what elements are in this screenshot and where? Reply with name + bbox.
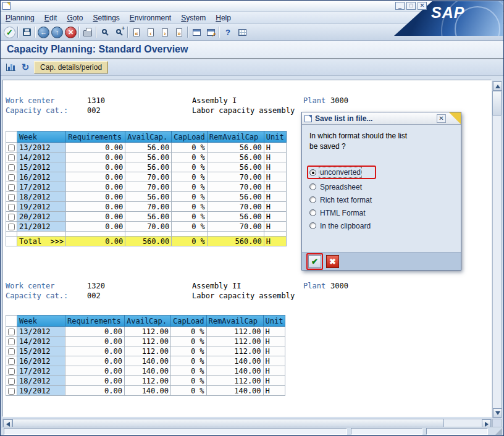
minimize-button[interactable]: _ <box>395 2 405 10</box>
week-cell[interactable]: 18/2012 <box>17 376 65 386</box>
menu-goto[interactable]: Goto <box>67 14 83 22</box>
cap-details-period-button[interactable]: Cap. details/period <box>34 61 108 73</box>
week-cell[interactable]: 16/2012 <box>17 172 66 182</box>
week-cell[interactable]: 13/2012 <box>17 143 66 153</box>
next-page-icon[interactable]: › <box>159 26 171 38</box>
new-session-icon[interactable] <box>190 26 203 38</box>
cancel-button[interactable]: ✖ <box>326 255 339 268</box>
find-next-icon[interactable]: + <box>113 26 125 38</box>
radio-in-the-clipboard[interactable]: In the clipboard <box>309 219 453 232</box>
chart-icon[interactable] <box>4 61 17 73</box>
row-select-checkbox[interactable] <box>8 204 15 211</box>
shortcut-icon[interactable]: ↗ <box>204 26 217 38</box>
week-cell[interactable]: 17/2012 <box>17 182 66 192</box>
row-select-checkbox[interactable] <box>8 164 15 171</box>
save-icon[interactable] <box>20 26 33 38</box>
scroll-up-button[interactable] <box>493 82 502 91</box>
row-select-checkbox[interactable] <box>8 348 15 355</box>
header-row: WeekRequirementsAvailCap.CapLoadRemAvail… <box>6 316 285 327</box>
row-select-checkbox[interactable] <box>8 368 15 375</box>
toolbar-separator <box>17 27 19 38</box>
radio-rich-text-format[interactable]: Rich text format <box>309 193 453 206</box>
row-select-checkbox[interactable] <box>8 358 15 365</box>
capload-cell: 0 % <box>172 182 208 192</box>
column-header: AvailCap. <box>125 132 172 143</box>
row-select-checkbox[interactable] <box>8 214 15 220</box>
help-icon[interactable]: ? <box>222 26 234 38</box>
radio-unconverted[interactable]: unconverted <box>307 166 376 179</box>
radio-spreadsheet[interactable]: Spreadsheet <box>309 180 453 193</box>
week-cell[interactable]: 15/2012 <box>17 346 65 356</box>
dialog-titlebar[interactable]: Save list in file... ✕ <box>302 112 461 125</box>
status-bar <box>1 427 503 435</box>
window-menu-icon[interactable] <box>2 2 10 10</box>
capacity-cat-label: Capacity cat.: <box>6 106 68 115</box>
enter-icon[interactable]: ✓ <box>4 27 15 38</box>
row-select-checkbox[interactable] <box>8 329 15 335</box>
row-select-checkbox[interactable] <box>8 224 15 230</box>
row-select-checkbox[interactable] <box>8 184 15 191</box>
unit-cell: H <box>264 143 286 153</box>
find-icon[interactable] <box>99 26 111 38</box>
capload-cell: 0 % <box>172 222 208 232</box>
restore-button[interactable]: □ <box>406 2 416 10</box>
resize-grip[interactable] <box>495 428 502 435</box>
week-cell[interactable]: 14/2012 <box>17 153 66 162</box>
row-select-checkbox[interactable] <box>8 145 15 151</box>
cancel-icon[interactable]: ✕ <box>65 27 77 38</box>
vertical-scroll-thumb[interactable] <box>492 91 502 115</box>
availcap-cell: 56.00 <box>125 192 172 202</box>
plant-value: 3000 <box>330 96 348 105</box>
menu-planning[interactable]: Planning <box>6 14 35 22</box>
capacity-cat-value: 002 <box>87 291 101 300</box>
row-select-checkbox[interactable] <box>8 338 15 345</box>
vertical-scroll-track[interactable] <box>493 91 501 408</box>
scroll-down-button[interactable] <box>493 408 502 417</box>
total-remavailcap-cell: 560.00 <box>207 237 264 246</box>
radio-html-format[interactable]: HTML Format <box>309 206 453 219</box>
menu-settings[interactable]: Settings <box>93 14 119 22</box>
row-select-checkbox[interactable] <box>8 154 15 161</box>
icon-glyph: « <box>135 31 138 37</box>
week-cell[interactable]: 16/2012 <box>17 356 65 366</box>
row-select-checkbox[interactable] <box>8 194 15 201</box>
select-cell <box>6 376 17 386</box>
remavailcap-cell: 140.00 <box>206 366 263 376</box>
plant-value: 3000 <box>330 282 348 290</box>
week-cell[interactable]: 20/2012 <box>17 212 66 222</box>
week-cell[interactable]: 17/2012 <box>17 366 65 376</box>
week-cell[interactable]: 21/2012 <box>17 222 66 232</box>
up-arrow-icon <box>495 85 500 88</box>
menu-system[interactable]: System <box>181 14 206 22</box>
availcap-cell: 56.00 <box>125 143 172 153</box>
column-header: Week <box>17 132 66 143</box>
week-cell[interactable]: 18/2012 <box>17 192 66 202</box>
last-page-icon[interactable]: » <box>173 26 185 38</box>
row-select-checkbox[interactable] <box>8 388 15 395</box>
layout-menu-icon[interactable] <box>236 26 248 38</box>
vertical-scrollbar[interactable] <box>492 81 502 418</box>
menu-help[interactable]: Help <box>216 14 231 22</box>
first-page-icon[interactable]: « <box>130 26 143 38</box>
week-cell[interactable]: 19/2012 <box>17 386 65 396</box>
exit-icon[interactable]: ↑ <box>51 27 63 38</box>
print-icon[interactable] <box>82 26 94 38</box>
sap-brand-text: SAP <box>431 4 464 22</box>
prev-page-icon[interactable]: ‹ <box>145 26 157 38</box>
row-select-checkbox[interactable] <box>8 378 15 385</box>
radio-icon <box>309 209 316 216</box>
icon-glyph: » <box>177 31 181 37</box>
confirm-button[interactable]: ✔ <box>308 255 321 268</box>
menu-environment[interactable]: Environment <box>130 14 171 22</box>
row-select-checkbox[interactable] <box>8 174 15 181</box>
requirements-cell: 0.00 <box>66 212 125 222</box>
refresh-icon[interactable]: ↻ <box>19 61 32 73</box>
menu-edit[interactable]: Edit <box>44 14 57 22</box>
week-cell[interactable]: 14/2012 <box>17 337 65 346</box>
back-icon[interactable]: ← <box>38 27 49 38</box>
dialog-close-button[interactable]: ✕ <box>437 114 446 123</box>
week-cell[interactable]: 15/2012 <box>17 162 66 172</box>
week-cell[interactable]: 19/2012 <box>17 202 66 212</box>
week-cell[interactable]: 13/2012 <box>17 327 65 337</box>
close-button[interactable]: ✕ <box>418 2 427 10</box>
